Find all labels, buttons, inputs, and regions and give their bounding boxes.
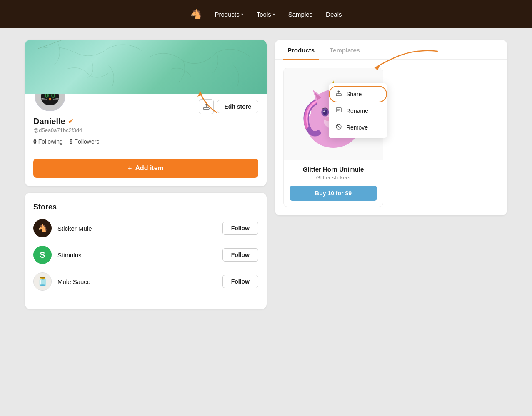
buy-button[interactable]: Buy 10 for $9 (290, 186, 377, 201)
followers-count: 9 (70, 138, 73, 145)
product-subtitle: Glitter stickers (290, 174, 377, 181)
edit-store-area: Edit store (199, 99, 258, 114)
stickermule-avatar: 🐴 (33, 219, 52, 237)
following-count: 0 (33, 138, 37, 145)
mulesauce-follow-button[interactable]: Follow (222, 275, 258, 288)
mulesauce-name: Mule Sauce (57, 278, 222, 285)
followers-label: Followers (75, 138, 100, 145)
store-item-mulesauce: 🫙 Mule Sauce Follow (33, 272, 258, 291)
nav-deals[interactable]: Deals (326, 11, 342, 18)
products-area: ··· Share (275, 60, 507, 215)
stickermule-follow-button[interactable]: Follow (222, 222, 258, 235)
stimulus-name: Stimulus (57, 252, 222, 259)
store-item-stimulus: S Stimulus Follow (33, 246, 258, 264)
profile-name: Danielle ✔ (33, 117, 82, 126)
profile-banner (25, 40, 267, 94)
add-item-button[interactable]: + Add item (33, 159, 258, 178)
remove-label: Remove (346, 124, 368, 131)
stores-title: Stores (33, 203, 258, 212)
rename-icon (335, 107, 342, 115)
share-icon (335, 90, 342, 98)
left-panel: Danielle ✔ @d5ea0a71bc2f3d4 Edit stor (25, 40, 267, 309)
nav-deals-label: Deals (326, 11, 342, 18)
edit-store-button[interactable]: Edit store (217, 100, 258, 113)
tab-products[interactable]: Products (283, 40, 319, 60)
product-menu-button[interactable]: ··· (370, 72, 379, 81)
upload-icon-button[interactable] (199, 99, 214, 114)
svg-point-10 (49, 98, 51, 100)
dropdown-share[interactable]: Share (329, 86, 387, 102)
following-label: Following (38, 138, 63, 145)
nav-products-label: Products (215, 11, 240, 18)
profile-info: Danielle ✔ @d5ea0a71bc2f3d4 Edit stor (25, 96, 267, 186)
profile-card: Danielle ✔ @d5ea0a71bc2f3d4 Edit stor (25, 40, 267, 186)
add-item-plus: + (128, 164, 132, 172)
remove-icon (335, 123, 342, 132)
share-label: Share (346, 91, 362, 97)
profile-handle: @d5ea0a71bc2f3d4 (33, 127, 82, 133)
nav-tools-caret: ▾ (273, 12, 275, 17)
rename-label: Rename (346, 107, 368, 114)
navbar: 🐴 Products ▾ Tools ▾ Samples Deals (0, 0, 532, 28)
svg-point-30 (323, 110, 327, 115)
product-card: ··· Share (283, 68, 383, 207)
stores-card: Stores 🐴 Sticker Mule Follow S Stimulus … (25, 193, 267, 309)
tab-templates[interactable]: Templates (325, 40, 364, 60)
tabs-row: Products Templates (275, 40, 507, 60)
divider (33, 152, 258, 152)
svg-rect-19 (336, 108, 341, 112)
nav-products[interactable]: Products ▾ (215, 11, 243, 18)
following-stat: 0 Following (33, 138, 63, 145)
product-name: Glitter Horn Unimule (290, 166, 377, 173)
svg-point-31 (323, 110, 325, 112)
verified-badge: ✔ (68, 117, 73, 125)
navbar-logo: 🐴 (190, 9, 202, 20)
nav-products-caret: ▾ (241, 12, 243, 17)
followers-stat: 9 Followers (70, 138, 100, 145)
right-panel: Products Templates ··· (275, 40, 507, 215)
stimulus-follow-button[interactable]: Follow (222, 248, 258, 262)
main-container: Danielle ✔ @d5ea0a71bc2f3d4 Edit stor (0, 28, 532, 321)
svg-rect-15 (203, 108, 209, 109)
dropdown-menu: Share Rename (329, 83, 387, 138)
dropdown-remove[interactable]: Remove (329, 119, 387, 136)
follow-stats: 0 Following 9 Followers (33, 138, 258, 145)
svg-line-21 (337, 125, 340, 128)
stickermule-name: Sticker Mule (57, 225, 222, 232)
nav-tools[interactable]: Tools ▾ (257, 11, 275, 18)
dropdown-rename[interactable]: Rename (329, 102, 387, 119)
profile-name-text: Danielle (33, 117, 65, 126)
stimulus-avatar: S (33, 246, 52, 264)
nav-tools-label: Tools (257, 11, 271, 18)
product-info: Glitter Horn Unimule Glitter stickers Bu… (284, 160, 383, 207)
mulesauce-avatar: 🫙 (33, 272, 52, 291)
store-item-stickermule: 🐴 Sticker Mule Follow (33, 219, 258, 237)
add-item-label: Add item (135, 164, 163, 172)
svg-rect-18 (336, 94, 341, 96)
nav-samples-label: Samples (288, 11, 312, 18)
nav-samples[interactable]: Samples (288, 11, 312, 18)
